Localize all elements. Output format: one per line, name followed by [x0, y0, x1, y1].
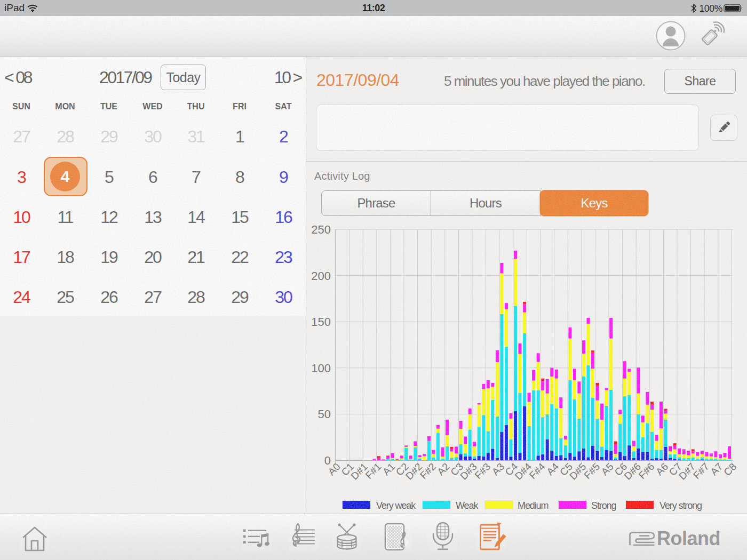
svg-text:Roland: Roland [657, 527, 720, 549]
svg-text:100: 100 [311, 362, 331, 375]
svg-text:C8: C8 [721, 461, 738, 478]
svg-text:F#6: F#6 [637, 461, 657, 481]
svg-text:150: 150 [311, 315, 331, 329]
svg-text:F#7: F#7 [691, 461, 711, 481]
svg-text:F#4: F#4 [527, 461, 547, 481]
svg-text:F#1: F#1 [363, 461, 384, 481]
svg-text:F#3: F#3 [472, 461, 492, 481]
svg-text:50: 50 [318, 407, 331, 421]
svg-text:250: 250 [311, 223, 331, 236]
svg-text:F#2: F#2 [418, 461, 438, 481]
svg-text:200: 200 [311, 269, 331, 283]
svg-text:F#5: F#5 [582, 461, 602, 481]
